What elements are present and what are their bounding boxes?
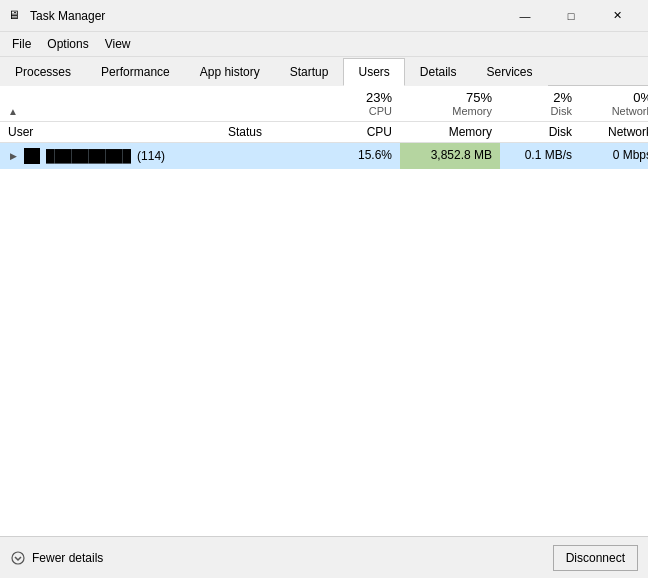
process-count: (114) xyxy=(137,149,165,163)
username: ██████████ xyxy=(46,149,131,163)
title-bar: 🖥 Task Manager — □ ✕ xyxy=(0,0,648,32)
tab-bar: Processes Performance App history Startu… xyxy=(0,57,648,86)
col-header-status[interactable]: Status xyxy=(220,122,320,142)
menu-bar: File Options View xyxy=(0,32,648,57)
disk-percentage: 2% xyxy=(553,90,572,105)
minimize-button[interactable]: — xyxy=(502,0,548,32)
row-disk: 0.1 MB/s xyxy=(500,143,580,169)
disconnect-button[interactable]: Disconnect xyxy=(553,545,638,571)
col-header-cpu[interactable]: CPU xyxy=(320,122,400,142)
tab-performance[interactable]: Performance xyxy=(86,58,185,86)
col-header-disk[interactable]: Disk xyxy=(500,122,580,142)
cpu-label: CPU xyxy=(369,105,392,117)
row-network: 0 Mbps xyxy=(580,143,648,169)
row-cpu: 15.6% xyxy=(320,143,400,169)
chevron-down-icon xyxy=(10,550,26,566)
tab-services[interactable]: Services xyxy=(472,58,548,86)
user-cell: ▶ ██████████ (114) xyxy=(0,143,220,169)
cpu-percentage: 23% xyxy=(366,90,392,105)
column-headers: User Status CPU Memory Disk Network xyxy=(0,122,648,143)
memory-percentage: 75% xyxy=(466,90,492,105)
row-expand-button[interactable]: ▶ xyxy=(8,151,18,161)
menu-options[interactable]: Options xyxy=(39,34,96,54)
row-memory: 3,852.8 MB xyxy=(400,143,500,169)
disk-label: Disk xyxy=(551,105,572,117)
fewer-details-label: Fewer details xyxy=(32,551,103,565)
network-percentage: 0% xyxy=(633,90,648,105)
col-header-network[interactable]: Network xyxy=(580,122,648,142)
col-header-memory[interactable]: Memory xyxy=(400,122,500,142)
svg-point-0 xyxy=(12,552,24,564)
fewer-details-button[interactable]: Fewer details xyxy=(10,550,103,566)
tab-startup[interactable]: Startup xyxy=(275,58,344,86)
user-avatar xyxy=(24,148,40,164)
title-bar-title: Task Manager xyxy=(30,9,502,23)
table-row[interactable]: ▶ ██████████ (114) 15.6% 3,852.8 MB 0.1 … xyxy=(0,143,648,169)
col-header-user[interactable]: User xyxy=(0,122,220,142)
stats-header: ▲ 23% CPU 75% Memory 2% Disk 0% Network xyxy=(0,86,648,122)
tab-apphistory[interactable]: App history xyxy=(185,58,275,86)
maximize-button[interactable]: □ xyxy=(548,0,594,32)
row-status xyxy=(220,143,320,169)
tab-processes[interactable]: Processes xyxy=(0,58,86,86)
sort-arrow-icon: ▲ xyxy=(8,106,18,117)
tab-users[interactable]: Users xyxy=(343,58,404,86)
network-label: Network xyxy=(612,105,648,117)
menu-view[interactable]: View xyxy=(97,34,139,54)
main-content: ▲ 23% CPU 75% Memory 2% Disk 0% Network … xyxy=(0,86,648,536)
app-icon: 🖥 xyxy=(8,8,24,24)
title-bar-controls: — □ ✕ xyxy=(502,0,640,32)
tab-details[interactable]: Details xyxy=(405,58,472,86)
memory-label: Memory xyxy=(452,105,492,117)
empty-area xyxy=(0,169,648,536)
close-button[interactable]: ✕ xyxy=(594,0,640,32)
menu-file[interactable]: File xyxy=(4,34,39,54)
bottom-bar: Fewer details Disconnect xyxy=(0,536,648,578)
